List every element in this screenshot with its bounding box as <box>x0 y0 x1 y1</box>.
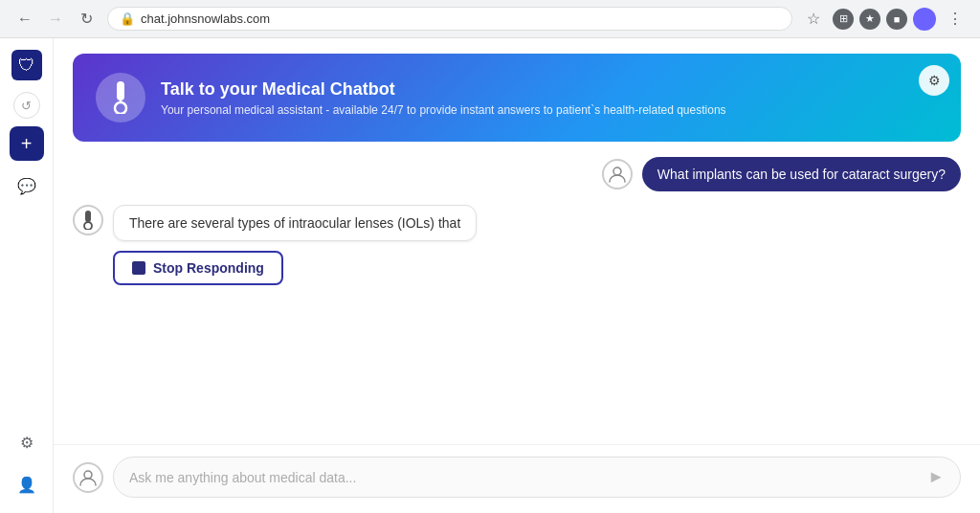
input-wrapper: ► <box>113 457 961 498</box>
bot-bubble: There are several types of intraocular l… <box>113 205 477 241</box>
browser-actions: ☆ ⊞ ★ ■ ⋮ <box>800 6 969 33</box>
sidebar-bottom: ⚙ 👤 <box>10 425 44 502</box>
profile-menu[interactable] <box>913 8 936 31</box>
svg-point-1 <box>115 102 126 114</box>
svg-point-5 <box>84 222 92 230</box>
extension-icon-3: ■ <box>886 9 907 30</box>
sidebar-settings-button[interactable]: ⚙ <box>10 425 44 459</box>
banner-title: Talk to your Medical Chatbot <box>161 79 726 100</box>
browser-chrome: ← → ↻ 🔒 chat.johnsnowlabs.com ☆ ⊞ ★ ■ ⋮ <box>0 0 980 38</box>
sidebar-logo: 🛡 <box>11 50 42 80</box>
url-text: chat.johnsnowlabs.com <box>141 11 270 26</box>
forward-button[interactable]: → <box>42 6 69 33</box>
star-button[interactable]: ☆ <box>800 6 827 33</box>
browser-nav: ← → ↻ <box>11 6 100 33</box>
chat-header-banner: Talk to your Medical Chatbot Your person… <box>73 54 961 142</box>
stop-responding-label: Stop Responding <box>153 260 264 276</box>
extension-icon-1: ⊞ <box>833 9 854 30</box>
banner-text: Talk to your Medical Chatbot Your person… <box>161 79 726 117</box>
back-button[interactable]: ← <box>11 6 38 33</box>
messages-container: What implants can be used for cataract s… <box>73 157 961 285</box>
app-layout: 🛡 ↺ + 💬 ⚙ 👤 Talk to your Medic <box>0 38 980 513</box>
address-bar[interactable]: 🔒 chat.johnsnowlabs.com <box>107 7 792 31</box>
sidebar-chat-button[interactable]: 💬 <box>10 168 44 203</box>
chat-input[interactable] <box>129 470 920 485</box>
user-avatar <box>602 159 633 190</box>
bot-avatar <box>73 205 103 235</box>
user-bubble: What implants can be used for cataract s… <box>642 157 961 191</box>
banner-settings-button[interactable]: ⚙ <box>919 65 949 96</box>
input-row: ► <box>73 457 961 498</box>
banner-logo <box>96 73 145 123</box>
refresh-button[interactable]: ↻ <box>73 6 100 33</box>
stop-icon <box>132 261 145 275</box>
sidebar-history-button[interactable]: ↺ <box>13 92 40 119</box>
sidebar: 🛡 ↺ + 💬 ⚙ 👤 <box>0 38 54 513</box>
extension-icon-2: ★ <box>859 9 880 30</box>
input-user-avatar <box>73 462 103 493</box>
svg-point-7 <box>84 471 92 479</box>
bot-message-row: There are several types of intraocular l… <box>73 205 961 285</box>
stop-responding-button[interactable]: Stop Responding <box>113 251 283 285</box>
svg-point-3 <box>613 167 621 175</box>
svg-rect-4 <box>85 211 91 222</box>
banner-subtitle: Your personal medical assistant - availa… <box>161 103 726 117</box>
svg-rect-0 <box>117 81 124 100</box>
sidebar-new-chat-button[interactable]: + <box>10 126 44 161</box>
user-message-row: What implants can be used for cataract s… <box>73 157 961 191</box>
chat-area: Talk to your Medical Chatbot Your person… <box>54 38 980 444</box>
lock-icon: 🔒 <box>120 11 135 26</box>
sidebar-profile-button[interactable]: 👤 <box>10 467 44 502</box>
more-menu-button[interactable]: ⋮ <box>942 6 969 33</box>
send-button[interactable]: ► <box>927 467 945 487</box>
bot-message-content: There are several types of intraocular l… <box>73 205 961 241</box>
main-content: Talk to your Medical Chatbot Your person… <box>54 38 980 513</box>
input-area: ► <box>54 444 980 513</box>
